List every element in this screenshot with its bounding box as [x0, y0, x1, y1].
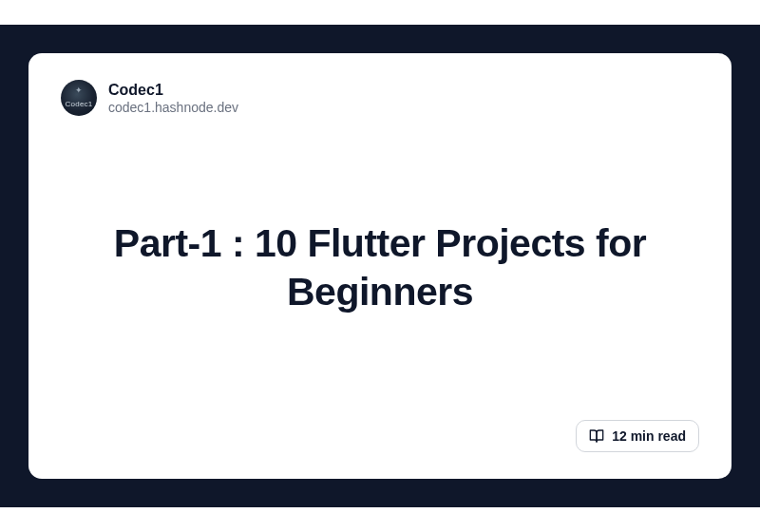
content-card: ✦ Codec1 Codec1 codec1.hashnode.dev Part… — [28, 53, 732, 479]
author-info: Codec1 codec1.hashnode.dev — [108, 81, 238, 115]
title-container: Part-1 : 10 Flutter Projects for Beginne… — [61, 116, 699, 420]
card-header: ✦ Codec1 Codec1 codec1.hashnode.dev — [61, 80, 699, 116]
card-footer: 12 min read — [61, 420, 699, 452]
author-name: Codec1 — [108, 81, 238, 99]
author-domain: codec1.hashnode.dev — [108, 100, 238, 115]
read-time-text: 12 min read — [612, 428, 686, 444]
book-icon — [589, 428, 604, 444]
avatar: ✦ Codec1 — [61, 80, 97, 116]
outer-frame: ✦ Codec1 Codec1 codec1.hashnode.dev Part… — [0, 25, 760, 507]
avatar-text: Codec1 — [66, 100, 93, 108]
post-title: Part-1 : 10 Flutter Projects for Beginne… — [68, 219, 692, 317]
read-time-badge: 12 min read — [576, 420, 699, 452]
avatar-glyph-icon: ✦ — [75, 86, 83, 95]
